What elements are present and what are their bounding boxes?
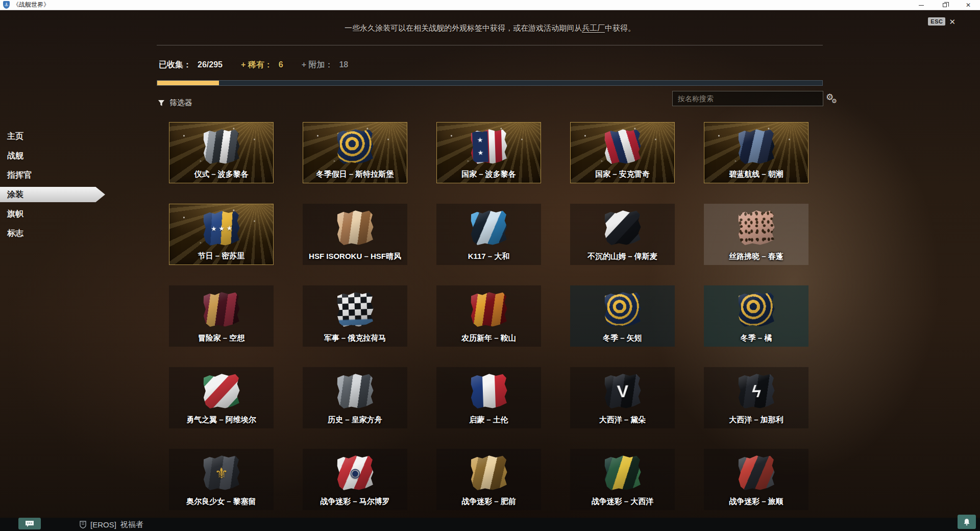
sidebar-item[interactable]: 主页 [0,127,105,146]
sidebar-item-label: 指挥官 [7,170,32,181]
window-titlebar: ⚓ 《战舰世界》 ✕ [0,0,980,10]
camo-tile-label: 碧蓝航线 – 朝潮 [704,170,808,179]
camo-tile[interactable]: 丝路拂晓 – 春蓬 [704,204,808,265]
camo-tile[interactable]: 冬季 – 橘 [704,285,808,347]
camo-icon [603,291,642,329]
camo-tile[interactable]: 国家 – 安克雷奇 [570,122,675,183]
camo-icon [469,454,508,492]
app-shield-icon: ⚓ [3,1,10,9]
filter-toggle[interactable]: 筛选器 [158,98,192,108]
camo-tile[interactable]: 战争迷彩 – 旅顺 [704,449,808,510]
camo-emblem-glyph [469,291,508,329]
camo-tile[interactable]: V 大西洋 – 黛朵 [570,367,675,428]
camo-tile[interactable]: 冬季 – 矢矧 [570,285,675,347]
extra-label: + 附加： [302,60,333,70]
camo-tile-label: 冒险家 – 空想 [169,333,274,343]
camo-emblem-glyph [202,291,240,329]
camo-tile[interactable]: 碧蓝航线 – 朝潮 [704,122,808,183]
camo-tile-label: K117 – 大和 [436,252,541,261]
camo-icon [335,128,374,166]
filter-settings-button[interactable]: ⚙ ⚙ [826,92,839,106]
minimize-icon [919,5,924,6]
filter-label: 筛选器 [169,98,192,108]
camo-tile-label: 战争迷彩 – 肥前 [436,497,541,506]
camo-tile[interactable]: 不沉的山姆 – 俾斯麦 [570,204,675,265]
camo-emblem-glyph [335,128,374,166]
camo-emblem-glyph [335,372,374,411]
chat-button[interactable] [18,518,41,529]
sidebar-item-label: 标志 [7,228,23,239]
camo-tile[interactable]: 农历新年 – 鞍山 [436,285,541,347]
camo-icon: ◉ [335,454,374,492]
sidebar: 主页 战舰 指挥官 涂装 旗帜 标志 [0,127,105,243]
sidebar-item[interactable]: 战舰 [0,146,105,165]
camo-tile[interactable]: ϟ 大西洋 – 加那利 [704,367,808,428]
minimize-button[interactable] [910,0,933,10]
close-button[interactable]: ✕ [957,0,980,10]
armory-link[interactable]: 兵工厂 [582,23,605,32]
camo-tile-label: 丝路拂晓 – 春蓬 [704,252,808,261]
camo-emblem-glyph [603,209,642,247]
notice-text: 一些永久涂装可以在相关战舰的外观标签中获得，或在游戏活动期间从兵工厂中获得。 [0,23,980,33]
camo-tile[interactable]: HSF ISOROKU – HSF晴风 [303,204,407,265]
camo-tile[interactable]: 启蒙 – 土伦 [436,367,541,428]
camo-tile[interactable]: 冬季假日 – 斯特拉斯堡 [303,122,407,183]
camo-emblem-glyph: ★ ★ ★ [202,209,240,248]
sidebar-item[interactable]: 标志 [0,224,105,243]
camo-icon [469,291,508,329]
camo-icon [469,372,508,411]
sidebar-item[interactable]: 涂装 [0,187,105,202]
sidebar-item-label: 旗帜 [7,209,23,220]
rare-label: + 稀有： [241,60,273,70]
camo-tile[interactable]: 军事 – 俄克拉荷马 [303,285,407,347]
camo-tile[interactable]: 勇气之翼 – 阿维埃尔 [169,367,274,428]
camo-tile[interactable]: 冒险家 – 空想 [169,285,274,347]
camo-tile[interactable]: 战争迷彩 – 肥前 [436,449,541,510]
search-input[interactable] [673,91,823,106]
camo-tile[interactable]: K117 – 大和 [436,204,541,265]
header-divider [157,45,823,45]
camo-emblem-glyph [202,128,240,166]
sidebar-item[interactable]: 旗帜 [0,204,105,224]
player-name: 祝福者 [120,520,143,529]
camo-icon [202,128,240,166]
camo-tile[interactable]: 仪式 – 波多黎各 [169,122,274,183]
camo-icon [737,128,775,166]
camo-icon [335,372,374,411]
camo-tile-label: 冬季假日 – 斯特拉斯堡 [303,170,407,179]
camo-emblem-glyph [335,291,374,329]
camo-tile[interactable]: ★ ★ 国家 – 波多黎各 [436,122,541,183]
camo-tile[interactable]: 历史 – 皇家方舟 [303,367,407,428]
clan-shield-icon [80,521,86,528]
collected-value: 26/295 [198,60,223,69]
player-identity[interactable]: [EROS] 祝福者 [80,520,143,529]
camo-tile-label: 不沉的山姆 – 俾斯麦 [570,252,675,261]
camo-emblem-glyph [603,128,642,166]
sidebar-item-label: 涂装 [7,189,23,200]
camo-emblem-glyph [737,209,775,247]
sidebar-item[interactable]: 指挥官 [0,165,105,185]
camo-tile-label: 战争迷彩 – 旅顺 [704,497,808,506]
camo-grid: 仪式 – 波多黎各 冬季假日 – 斯特拉斯堡 ★ ★ 国家 – 波多黎各 国家 … [169,122,808,510]
camo-tile[interactable]: 战争迷彩 – 大西洋 [570,449,675,510]
panel-close-icon[interactable]: ✕ [949,18,955,26]
camo-emblem-glyph [469,454,508,492]
camo-icon [202,291,240,329]
camo-tile[interactable]: ⚜ 奥尔良少女 – 黎塞留 [169,449,274,510]
camo-icon [202,372,240,411]
collected-label: 已收集： [159,60,191,70]
clan-tag: [EROS] [90,520,116,529]
camo-tile-label: 大西洋 – 加那利 [704,415,808,425]
restore-button[interactable] [933,0,957,10]
camo-emblem-glyph [202,372,240,411]
chat-bubble-icon [25,520,34,527]
camo-icon [737,454,775,492]
camo-icon: ϟ [737,372,775,411]
extra-value: 18 [339,60,348,69]
camo-tile[interactable]: ◉ 战争迷彩 – 马尔博罗 [303,449,407,510]
camo-tile[interactable]: ★ ★ ★ 节日 – 密苏里 [169,204,274,265]
search-box [672,91,823,106]
camo-emblem-glyph [603,291,642,329]
notifications-button[interactable] [958,515,976,529]
camo-emblem-glyph: ◉ [335,454,374,492]
